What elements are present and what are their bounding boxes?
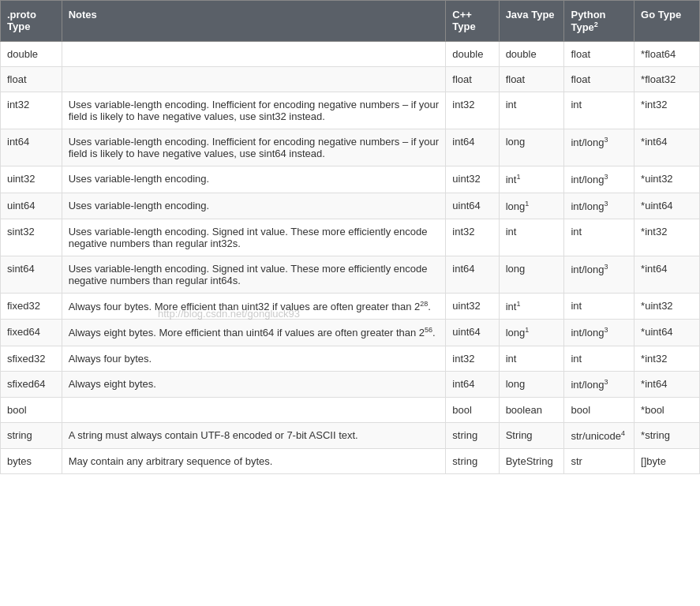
cell-java: ByteString (499, 449, 564, 474)
cell-cpp: uint32 (446, 293, 499, 319)
cell-notes: Always four bytes. More efficient than u… (62, 293, 446, 319)
table-row: int64Uses variable-length encoding. Inef… (1, 129, 700, 166)
cell-go: *int64 (634, 129, 700, 166)
cell-cpp: string (446, 422, 499, 448)
cell-cpp: float (446, 67, 499, 92)
cell-go: *uint32 (634, 293, 700, 319)
cell-java: long1 (499, 193, 564, 219)
table-row: fixed32Always four bytes. More efficient… (1, 293, 700, 319)
cell-notes: Always eight bytes. More efficient than … (62, 320, 446, 346)
table-row: floatfloatfloatfloat*float32 (1, 67, 700, 92)
cell-python: int/long3 (564, 320, 634, 346)
cell-notes: Uses variable-length encoding. Signed in… (62, 219, 446, 256)
cell-python: bool (564, 397, 634, 422)
cell-go: *float64 (634, 42, 700, 67)
cell-go: *bool (634, 397, 700, 422)
cell-python: int (564, 92, 634, 129)
cell-proto: sint32 (1, 219, 62, 256)
cell-java: long1 (499, 320, 564, 346)
cell-java: int (499, 346, 564, 371)
cell-notes: A string must always contain UTF-8 encod… (62, 422, 446, 448)
table-row: sfixed32Always four bytes.int32intint*in… (1, 346, 700, 371)
cell-proto: bool (1, 397, 62, 422)
cell-proto: sfixed32 (1, 346, 62, 371)
table-row: bytesMay contain any arbitrary sequence … (1, 449, 700, 474)
cell-python: int (564, 219, 634, 256)
cell-proto: sfixed64 (1, 371, 62, 397)
cell-proto: double (1, 42, 62, 67)
cell-python: float (564, 42, 634, 67)
cell-proto: fixed64 (1, 320, 62, 346)
table-row: sfixed64Always eight bytes.int64longint/… (1, 371, 700, 397)
cell-proto: string (1, 422, 62, 448)
cell-java: boolean (499, 397, 564, 422)
cell-java: float (499, 67, 564, 92)
header-proto-type: .proto Type (1, 1, 62, 42)
cell-python: int (564, 293, 634, 319)
cell-java: int1 (499, 293, 564, 319)
cell-proto: uint64 (1, 193, 62, 219)
cell-proto: bytes (1, 449, 62, 474)
cell-go: *string (634, 422, 700, 448)
cell-cpp: uint32 (446, 166, 499, 193)
cell-cpp: uint64 (446, 320, 499, 346)
cell-notes (62, 67, 446, 92)
cell-notes: Uses variable-length encoding. (62, 166, 446, 193)
cell-go: *int32 (634, 219, 700, 256)
header-cpp-type: C++ Type (446, 1, 499, 42)
cell-go: *int32 (634, 346, 700, 371)
cell-notes: Uses variable-length encoding. Inefficie… (62, 129, 446, 166)
cell-java: String (499, 422, 564, 448)
cell-notes (62, 42, 446, 67)
cell-cpp: string (446, 449, 499, 474)
cell-python: str/unicode4 (564, 422, 634, 448)
cell-python: int/long3 (564, 166, 634, 193)
cell-notes (62, 397, 446, 422)
cell-python: int/long3 (564, 129, 634, 166)
header-notes: Notes (62, 1, 446, 42)
cell-go: *float32 (634, 67, 700, 92)
table-row: boolboolbooleanbool*bool (1, 397, 700, 422)
cell-notes: Always eight bytes. (62, 371, 446, 397)
cell-go: *int32 (634, 92, 700, 129)
table-row: fixed64Always eight bytes. More efficien… (1, 320, 700, 346)
cell-java: int1 (499, 166, 564, 193)
cell-go: *uint64 (634, 320, 700, 346)
cell-python: int/long3 (564, 371, 634, 397)
cell-python: float (564, 67, 634, 92)
cell-cpp: bool (446, 397, 499, 422)
cell-python: str (564, 449, 634, 474)
cell-cpp: int32 (446, 92, 499, 129)
cell-java: long (499, 129, 564, 166)
cell-python: int (564, 346, 634, 371)
cell-go: *uint32 (634, 166, 700, 193)
cell-java: int (499, 219, 564, 256)
cell-go: *int64 (634, 371, 700, 397)
cell-cpp: int64 (446, 129, 499, 166)
table-row: stringA string must always contain UTF-8… (1, 422, 700, 448)
header-python-type: Python Type2 (564, 1, 634, 42)
cell-proto: uint32 (1, 166, 62, 193)
table-row: doubledoubledoublefloat*float64 (1, 42, 700, 67)
cell-python: int/long3 (564, 256, 634, 293)
cell-notes: Uses variable-length encoding. Inefficie… (62, 92, 446, 129)
cell-cpp: int64 (446, 256, 499, 293)
cell-cpp: double (446, 42, 499, 67)
header-go-type: Go Type (634, 1, 700, 42)
cell-java: long (499, 371, 564, 397)
cell-notes: Uses variable-length encoding. Signed in… (62, 256, 446, 293)
cell-proto: sint64 (1, 256, 62, 293)
cell-python: int/long3 (564, 193, 634, 219)
table-row: int32Uses variable-length encoding. Inef… (1, 92, 700, 129)
cell-proto: fixed32 (1, 293, 62, 319)
cell-java: double (499, 42, 564, 67)
cell-java: long (499, 256, 564, 293)
cell-cpp: int32 (446, 219, 499, 256)
table-row: uint32Uses variable-length encoding.uint… (1, 166, 700, 193)
cell-notes: Always four bytes. (62, 346, 446, 371)
cell-go: *int64 (634, 256, 700, 293)
header-java-type: Java Type (499, 1, 564, 42)
cell-cpp: int32 (446, 346, 499, 371)
cell-cpp: uint64 (446, 193, 499, 219)
cell-cpp: int64 (446, 371, 499, 397)
